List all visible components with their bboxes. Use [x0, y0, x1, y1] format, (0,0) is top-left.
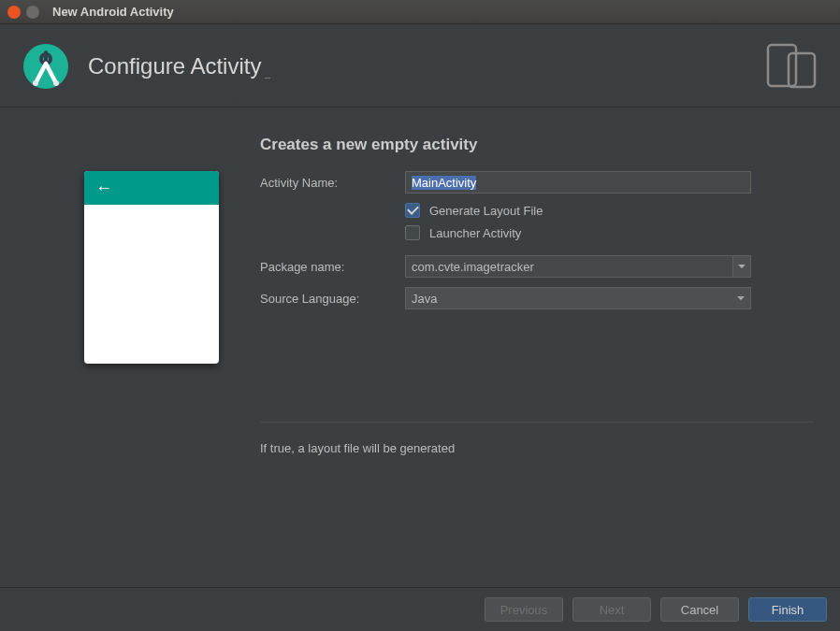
device-icon [765, 42, 818, 89]
svg-point-2 [53, 80, 59, 86]
svg-rect-3 [768, 45, 796, 86]
source-language-dropdown[interactable]: Java [405, 287, 751, 309]
wizard-footer: Previous Next Cancel Finish [0, 587, 840, 631]
phone-preview: ← [84, 171, 219, 364]
package-name-value[interactable]: com.cvte.imagetracker [405, 255, 732, 278]
label-launcher-activity: Launcher Activity [429, 226, 521, 240]
close-button[interactable] [7, 6, 21, 19]
package-name-dropdown-button[interactable] [732, 255, 751, 278]
source-language-value: Java [412, 292, 437, 306]
row-package-name: Package name: com.cvte.imagetracker [260, 255, 814, 278]
row-activity-name: Activity Name: [260, 171, 814, 194]
minimize-button[interactable] [26, 6, 39, 19]
label-activity-name: Activity Name: [260, 176, 405, 190]
previous-button[interactable]: Previous [485, 597, 563, 622]
generate-layout-checkbox[interactable] [405, 203, 420, 218]
row-generate-layout: Generate Layout File [260, 203, 814, 218]
preview-appbar: ← [84, 171, 219, 205]
row-source-language: Source Language: Java [260, 287, 814, 309]
chevron-down-icon [737, 296, 745, 300]
section-title: Creates a new empty activity [260, 136, 814, 154]
chevron-down-icon [738, 265, 746, 268]
wizard-header: Configure Activity [0, 24, 840, 108]
package-name-combo[interactable]: com.cvte.imagetracker [405, 255, 751, 278]
android-studio-logo-icon [22, 43, 69, 90]
next-button[interactable]: Next [572, 597, 651, 622]
hint-text: If true, a layout file will be generated [260, 422, 814, 455]
activity-preview: ← [84, 136, 234, 547]
window-title: New Android Activity [52, 5, 174, 19]
wizard-body: ← Creates a new empty activity Activity … [0, 108, 840, 556]
form-column: Creates a new empty activity Activity Na… [260, 136, 814, 547]
back-arrow-icon: ← [95, 179, 112, 196]
finish-button[interactable]: Finish [748, 597, 827, 622]
page-title: Configure Activity [88, 53, 261, 79]
label-generate-layout: Generate Layout File [429, 204, 543, 218]
label-source-language: Source Language: [260, 292, 405, 306]
row-launcher-activity: Launcher Activity [260, 225, 814, 240]
activity-name-input[interactable] [405, 171, 751, 194]
svg-rect-4 [789, 53, 815, 87]
svg-point-1 [33, 80, 38, 86]
titlebar: New Android Activity [0, 0, 840, 24]
launcher-activity-checkbox[interactable] [405, 225, 420, 240]
label-package-name: Package name: [260, 260, 405, 274]
cancel-button[interactable]: Cancel [660, 597, 739, 622]
